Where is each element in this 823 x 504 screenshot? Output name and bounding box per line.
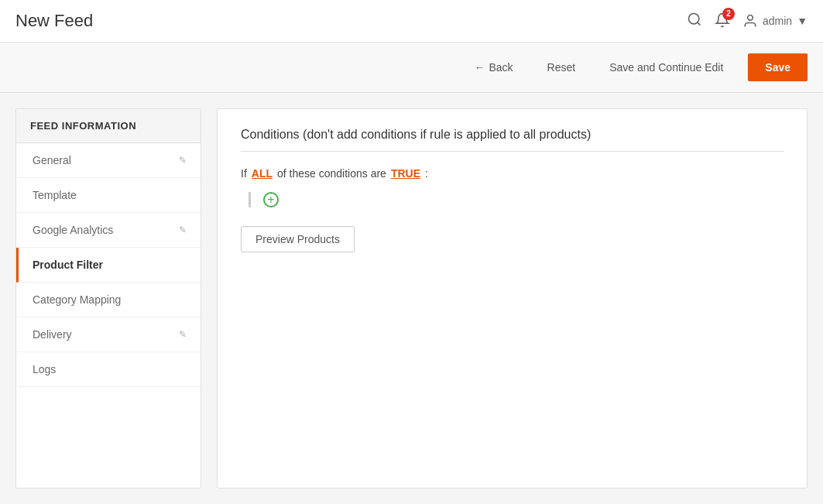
back-button[interactable]: ← Back <box>465 55 522 80</box>
save-button[interactable]: Save <box>748 53 808 81</box>
admin-user-menu[interactable]: admin ▼ <box>742 13 808 29</box>
save-continue-label: Save and Continue Edit <box>609 61 723 74</box>
sidebar-item-label-template: Template <box>33 189 77 201</box>
sidebar-item-label-google-analytics: Google Analytics <box>33 224 113 236</box>
sidebar-item-label-category-mapping: Category Mapping <box>33 293 121 306</box>
edit-icon-general: ✎ <box>179 155 187 166</box>
sidebar-item-product-filter[interactable]: Product Filter <box>16 248 201 283</box>
top-header: New Feed 2 admin ▼ <box>0 0 823 43</box>
save-continue-button[interactable]: Save and Continue Edit <box>600 55 732 80</box>
back-label: Back <box>489 61 513 74</box>
sidebar-item-label-product-filter: Product Filter <box>33 259 103 271</box>
sidebar-item-label-delivery: Delivery <box>33 328 72 341</box>
conditions-middle: of these conditions are <box>277 167 386 180</box>
sidebar-item-category-mapping[interactable]: Category Mapping <box>16 283 201 317</box>
notification-bell[interactable]: 2 <box>715 12 730 30</box>
admin-username: admin <box>763 15 792 27</box>
conditions-section-title: Conditions (don't add conditions if rule… <box>241 128 784 152</box>
reset-button[interactable]: Reset <box>538 55 585 80</box>
back-arrow-icon: ← <box>474 61 485 74</box>
conditions-row: If ALL of these conditions are TRUE : <box>241 167 784 180</box>
notification-badge: 2 <box>722 8 735 20</box>
conditions-prefix: If <box>241 167 247 180</box>
sidebar-item-google-analytics[interactable]: Google Analytics ✎ <box>16 213 201 248</box>
sidebar-item-label-general: General <box>33 154 71 166</box>
conditions-true[interactable]: TRUE <box>391 167 420 180</box>
sidebar-item-logs[interactable]: Logs <box>16 352 201 387</box>
preview-products-label: Preview Products <box>255 233 340 245</box>
action-toolbar: ← Back Reset Save and Continue Edit Save <box>0 43 823 93</box>
sidebar-item-general[interactable]: General ✎ <box>16 143 201 178</box>
save-label: Save <box>765 61 790 74</box>
content-area: Conditions (don't add conditions if rule… <box>217 108 808 489</box>
sidebar-item-template[interactable]: Template <box>16 178 201 213</box>
reset-label: Reset <box>547 61 576 74</box>
sidebar-section-title: FEED INFORMATION <box>16 109 201 143</box>
conditions-indent: + <box>249 192 784 207</box>
edit-icon-delivery: ✎ <box>179 329 187 340</box>
conditions-all[interactable]: ALL <box>252 167 273 180</box>
conditions-colon: : <box>425 167 428 180</box>
preview-products-button[interactable]: Preview Products <box>241 226 355 252</box>
svg-line-1 <box>698 22 701 25</box>
main-content: FEED INFORMATION General ✎ Template Goog… <box>0 93 823 504</box>
search-icon[interactable] <box>687 12 702 31</box>
svg-point-2 <box>748 15 753 21</box>
svg-point-0 <box>689 13 699 23</box>
header-actions: 2 admin ▼ <box>687 12 808 31</box>
admin-dropdown-icon: ▼ <box>797 15 808 27</box>
page-title: New Feed <box>15 11 93 31</box>
edit-icon-google-analytics: ✎ <box>179 225 187 235</box>
sidebar: FEED INFORMATION General ✎ Template Goog… <box>15 108 201 489</box>
sidebar-item-delivery[interactable]: Delivery ✎ <box>16 317 201 352</box>
sidebar-item-label-logs: Logs <box>33 363 56 375</box>
add-condition-button[interactable]: + <box>263 192 279 207</box>
